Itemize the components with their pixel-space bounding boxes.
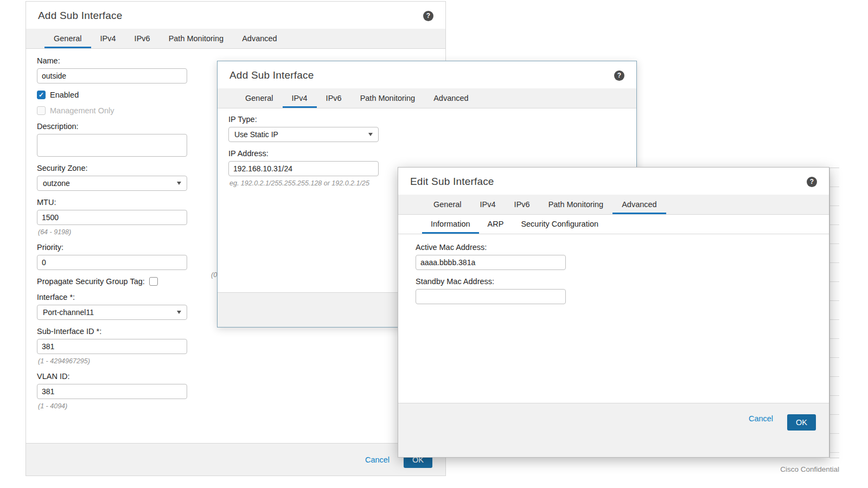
security-zone-value: outzone: [43, 179, 70, 188]
tab-ipv6[interactable]: IPv6: [505, 195, 539, 214]
chevron-down-icon: [177, 311, 181, 314]
chevron-down-icon: [177, 182, 181, 185]
sub-tab-bar: Information ARP Security Configuration: [398, 215, 829, 234]
enabled-checkbox[interactable]: ✓: [37, 91, 46, 99]
ip-type-value: Use Static IP: [234, 130, 278, 139]
dialog-footer: Cancel OK: [26, 443, 445, 476]
tab-general[interactable]: General: [44, 29, 91, 48]
help-icon[interactable]: ?: [807, 177, 817, 187]
interface-value: Port-channel11: [43, 308, 94, 317]
help-icon[interactable]: ?: [423, 11, 433, 21]
propagate-sgt-label: Propagate Security Group Tag:: [37, 277, 145, 286]
tab-bar: General IPv4 IPv6 Path Monitoring Advanc…: [218, 88, 636, 108]
subtab-security-configuration[interactable]: Security Configuration: [512, 215, 607, 234]
subtab-arp[interactable]: ARP: [479, 215, 513, 234]
mtu-input[interactable]: [37, 210, 187, 225]
tab-advanced[interactable]: Advanced: [612, 195, 666, 214]
help-icon[interactable]: ?: [614, 70, 624, 81]
tab-ipv4[interactable]: IPv4: [283, 88, 317, 108]
cisco-confidential-note: Cisco Confidential: [780, 465, 839, 473]
standby-mac-input[interactable]: [416, 289, 566, 304]
dialog-footer: Cancel OK: [398, 403, 829, 457]
management-only-checkbox: [37, 106, 46, 115]
name-input[interactable]: [37, 68, 187, 84]
security-zone-select[interactable]: outzone: [37, 176, 187, 191]
dialog-title: Edit Sub Interface: [410, 176, 494, 188]
enabled-label: Enabled: [50, 91, 79, 99]
dialog-header: Edit Sub Interface ?: [398, 168, 829, 195]
ip-address-label: IP Address:: [228, 149, 626, 158]
background-table-edge: [829, 168, 839, 458]
dialog-title: Add Sub Interface: [229, 69, 314, 81]
tab-path-monitoring[interactable]: Path Monitoring: [351, 88, 425, 108]
standby-mac-label: Standby Mac Address:: [416, 277, 812, 286]
tab-ipv6[interactable]: IPv6: [125, 29, 159, 48]
dialog-header: Add Sub Interface ?: [26, 2, 445, 29]
vlan-id-input[interactable]: [37, 384, 187, 399]
tab-ipv4[interactable]: IPv4: [471, 195, 505, 214]
propagate-sgt-checkbox[interactable]: [149, 277, 158, 286]
tab-general[interactable]: General: [236, 88, 283, 108]
priority-range-hint: (0: [211, 271, 217, 279]
sub-interface-id-range-hint: (1 - 4294967295): [38, 357, 435, 365]
sub-interface-id-label: Sub-Interface ID *:: [37, 327, 435, 336]
subtab-information[interactable]: Information: [422, 215, 479, 234]
active-mac-input[interactable]: [416, 255, 566, 270]
sub-interface-id-input[interactable]: [37, 339, 187, 354]
active-mac-label: Active Mac Address:: [416, 243, 812, 252]
tab-advanced[interactable]: Advanced: [424, 88, 478, 108]
cancel-button[interactable]: Cancel: [749, 414, 773, 423]
tab-general[interactable]: General: [424, 195, 471, 214]
description-input[interactable]: [37, 134, 187, 157]
vlan-id-label: VLAN ID:: [37, 372, 435, 381]
edit-sub-interface-advanced-dialog: Edit Sub Interface ? General IPv4 IPv6 P…: [398, 167, 829, 458]
dialog-header: Add Sub Interface ?: [218, 61, 636, 88]
tab-bar: General IPv4 IPv6 Path Monitoring Advanc…: [398, 195, 829, 215]
tab-bar: General IPv4 IPv6 Path Monitoring Advanc…: [26, 29, 445, 49]
tab-advanced[interactable]: Advanced: [233, 29, 286, 48]
tab-ipv6[interactable]: IPv6: [317, 88, 351, 108]
dialog-title: Add Sub Interface: [38, 10, 123, 22]
tab-path-monitoring[interactable]: Path Monitoring: [159, 29, 233, 48]
cancel-button[interactable]: Cancel: [365, 455, 390, 464]
management-only-label: Management Only: [50, 106, 114, 115]
ip-address-input[interactable]: [228, 161, 379, 176]
ip-type-label: IP Type:: [228, 115, 626, 124]
tab-path-monitoring[interactable]: Path Monitoring: [539, 195, 613, 214]
interface-select[interactable]: Port-channel11: [37, 305, 187, 320]
priority-input[interactable]: [37, 255, 187, 270]
chevron-down-icon: [368, 133, 373, 136]
dialog-body: Active Mac Address: Standby Mac Address:: [398, 234, 829, 313]
ok-button[interactable]: OK: [787, 414, 816, 431]
tab-ipv4[interactable]: IPv4: [91, 29, 125, 48]
vlan-id-range-hint: (1 - 4094): [38, 402, 435, 410]
ip-type-select[interactable]: Use Static IP: [228, 127, 379, 142]
